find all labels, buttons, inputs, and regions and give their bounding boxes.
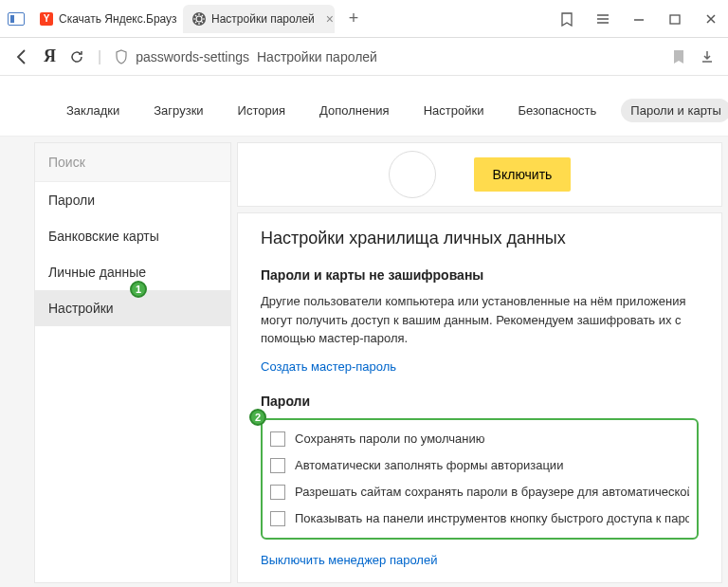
checkbox-label: Сохранять пароли по умолчанию <box>295 431 485 446</box>
enable-sync-button[interactable]: Включить <box>474 157 572 192</box>
annotation-badge-1: 1 <box>130 281 147 298</box>
page-title: Настройки хранилища личных данных <box>261 229 699 248</box>
annotation-badge-2: 2 <box>249 409 266 426</box>
check-row-toolbar-button: Показывать на панели инструментов кнопку… <box>270 505 689 532</box>
disable-password-manager-link[interactable]: Выключить менеджер паролей <box>261 553 437 567</box>
password-options-group: Сохранять пароли по умолчанию Автоматиче… <box>261 418 699 540</box>
window-maximize-icon[interactable] <box>665 9 684 28</box>
window-titlebar: Y Скачать Яндекс.Браузер д Настройки пар… <box>0 0 728 38</box>
checkbox-toolbar-button[interactable] <box>270 511 285 526</box>
encryption-heading: Пароли и карты не зашифрованы <box>261 267 699 283</box>
svg-point-0 <box>196 16 202 22</box>
address-bar: Я | passwords-settings Настройки паролей <box>0 38 728 76</box>
encryption-section: Пароли и карты не зашифрованы Другие пол… <box>261 267 699 375</box>
reload-button[interactable] <box>69 49 84 64</box>
menu-icon[interactable] <box>593 9 612 28</box>
bookmarks-icon[interactable] <box>557 9 576 28</box>
tab-label: Настройки паролей <box>211 12 315 26</box>
storage-settings-card: Настройки хранилища личных данных Пароли… <box>237 212 722 583</box>
sidebar-item-settings[interactable]: Настройки 1 <box>35 290 230 326</box>
check-row-save-default: Сохранять пароли по умолчанию <box>270 426 689 452</box>
url-host: passwords-settings <box>136 49 249 64</box>
sidebar-search-input[interactable]: Поиск <box>35 143 230 182</box>
back-button[interactable] <box>13 48 30 65</box>
nav-tab-downloads[interactable]: Загрузки <box>144 99 212 122</box>
passwords-section: Пароли 2 Сохранять пароли по умолчанию А… <box>261 394 699 568</box>
bookmark-page-icon[interactable] <box>673 49 684 64</box>
settings-sidebar: Поиск Пароли Банковские карты Личные дан… <box>34 142 231 583</box>
checkbox-label: Автоматически заполнять формы авторизаци… <box>295 458 563 472</box>
nav-tab-bookmarks[interactable]: Закладки <box>57 99 129 122</box>
yandex-favicon-icon: Y <box>40 12 53 26</box>
tab-label: Скачать Яндекс.Браузер д <box>59 12 177 26</box>
checkbox-allow-sites[interactable] <box>270 485 285 500</box>
nav-tab-history[interactable]: История <box>228 99 295 122</box>
sidebar-toggle-icon[interactable] <box>8 12 25 26</box>
sync-card: Включить <box>237 142 722 207</box>
shield-icon <box>115 49 128 64</box>
tab-password-settings[interactable]: Настройки паролей × <box>183 5 335 33</box>
nav-tab-passwords[interactable]: Пароли и карты <box>621 99 728 122</box>
sidebar-item-passwords[interactable]: Пароли <box>35 182 230 218</box>
passwords-heading: Пароли <box>261 394 699 409</box>
download-icon[interactable] <box>700 49 715 64</box>
settings-nav-tabs: Закладки Загрузки История Дополнения Нас… <box>0 76 728 137</box>
url-display[interactable]: passwords-settings Настройки паролей <box>115 49 660 64</box>
svg-rect-1 <box>670 15 680 24</box>
encryption-text: Другие пользователи компьютера или устан… <box>261 292 699 348</box>
window-minimize-icon[interactable] <box>629 9 648 28</box>
sidebar-item-label: Настройки <box>48 301 114 316</box>
tab-yandex-download[interactable]: Y Скачать Яндекс.Браузер д <box>30 5 177 33</box>
nav-tab-settings[interactable]: Настройки <box>414 99 494 122</box>
nav-tab-security[interactable]: Безопасность <box>508 99 606 122</box>
avatar-placeholder-icon <box>389 151 436 198</box>
tab-close-icon[interactable]: × <box>326 11 334 27</box>
window-close-icon[interactable] <box>701 9 720 28</box>
create-master-password-link[interactable]: Создать мастер-пароль <box>261 359 396 374</box>
sidebar-item-cards[interactable]: Банковские карты <box>35 218 230 254</box>
check-row-autofill: Автоматически заполнять формы авторизаци… <box>270 452 689 479</box>
checkbox-autofill[interactable] <box>270 458 285 473</box>
checkbox-label: Показывать на панели инструментов кнопку… <box>295 511 689 525</box>
yandex-home-button[interactable]: Я <box>44 46 56 66</box>
settings-favicon-icon <box>192 12 206 26</box>
checkbox-label: Разрешать сайтам сохранять пароли в брау… <box>295 485 689 499</box>
url-title: Настройки паролей <box>257 49 377 64</box>
new-tab-button[interactable]: + <box>340 6 367 32</box>
main-panel: Включить Настройки хранилища личных данн… <box>237 142 722 583</box>
nav-tab-addons[interactable]: Дополнения <box>310 99 399 122</box>
checkbox-save-default[interactable] <box>270 431 285 447</box>
check-row-allow-sites: Разрешать сайтам сохранять пароли в брау… <box>270 479 689 505</box>
